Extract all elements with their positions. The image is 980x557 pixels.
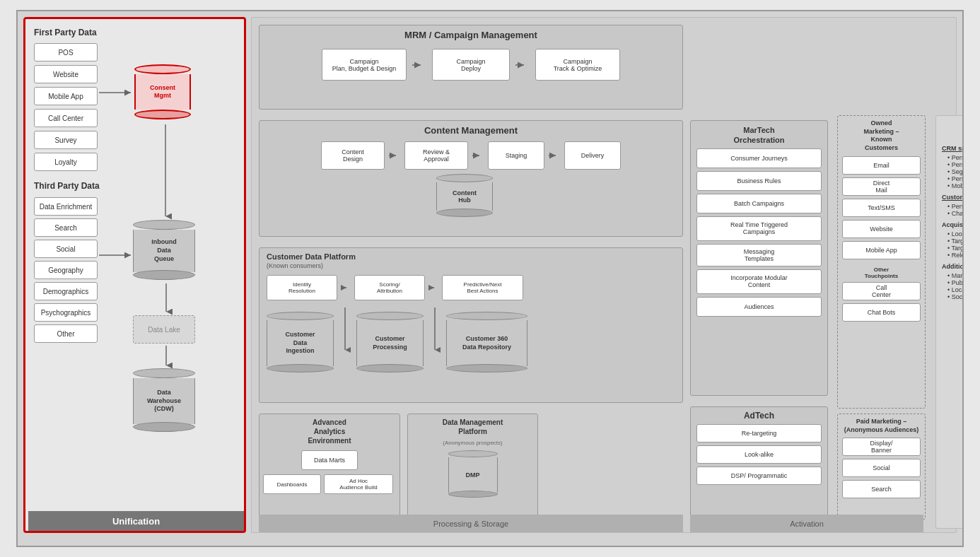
mrm-step1: CampaignPlan, Budget & Design [322,49,407,81]
acq-bullets: Look-a-alike display targeting Targeted … [942,230,964,259]
cdp-title: Customer Data Platform [259,248,682,262]
mrm-section: MRM / Campaign Management CampaignPlan, … [259,25,683,110]
mrm-title: MRM / Campaign Management [259,25,682,40]
martech-items: Consumer Journeys Business Rules Batch C… [691,148,827,317]
add-label: Additions: [942,263,964,270]
rt-campaigns-box: Real Time TriggeredCampaigns [696,216,822,241]
ingestion-drum: CustomerDataIngestion [267,312,334,373]
consent-inbound-arrow [158,124,173,223]
social-box: Social [34,240,98,258]
left-panel: First Party Data POS Website Mobile App … [23,17,246,533]
customer360-drum: Customer 360Data Repository [446,312,527,373]
cs-label: Customer Service [942,194,964,201]
content-hub-drum: ContentHub [436,174,493,217]
mobile-app-owned-box: Mobile App [842,241,921,259]
first-party-label: First Party Data [34,28,97,37]
first-party-items: POS Website Mobile App Call Center Surve… [34,43,98,171]
cdp-step3: Predictive/NextBest Actions [442,275,523,300]
third-party-label: Third Party Data [34,181,100,191]
cdp-section: Customer Data Platform (Known consumers)… [259,247,683,403]
processing-drum: CustomerProcessing [356,312,424,373]
email-box: Email [842,156,921,175]
owned-section: OwnedMarketing –KnownCustomers Email Dir… [837,115,926,409]
cm-step3: Staging [488,141,544,170]
cdp-subtitle: (Known consumers) [259,262,682,269]
paid-items: Display/Banner Social Search [838,438,925,498]
cdw-drum: DataWarehouse(CDW) [133,368,195,432]
survey-box: Survey [34,131,98,149]
msg-templates-box: MessagingTemplates [696,244,822,266]
cm-section: Content Management ContentDesign Review … [259,120,683,237]
data-lake-box: Data Lake [133,315,195,344]
chat-bots-owned-box: Chat Bots [842,303,921,322]
cdp-step2: Scoring/Attribution [354,275,425,300]
processing-bar: Processing & Storage [259,515,683,532]
cm-step2: Review &Approval [404,141,468,170]
add-bullets: Market Research Public Relations Local E… [942,272,964,300]
textsms-box: Text/SMS [842,199,921,217]
cdp-step1: IdentityResolution [267,275,337,300]
direct-mail-box: DirectMail [842,177,921,196]
other-touchpoints-items: CallCenter Chat Bots [838,282,925,322]
psychographics-box: Psychographics [34,303,98,322]
main-area: MRM / Campaign Management CampaignPlan, … [251,17,957,533]
website-box: Website [34,65,98,83]
display-banner-box: Display/Banner [842,438,921,456]
dmp-section: Data ManagementPlatform (Anonymous prosp… [407,414,538,520]
search-paid-box: Search [842,480,921,498]
data-enrichment-box: Data Enrichment [34,197,98,216]
business-rules-box: Business Rules [696,171,822,191]
cm-title: Content Management [259,121,682,136]
aae-title: AdvancedAnalyticsEnvironment [259,414,399,449]
cm-step4: Delivery [564,141,621,170]
martech-section: MarTechOrchestration Consumer Journeys B… [690,120,828,396]
audiences-box: Audiences [696,297,822,317]
oneone-title: 1:1 MarketingUse Cases [936,116,964,145]
martech-title: MarTechOrchestration [691,121,827,148]
cm-step1: ContentDesign [321,141,385,170]
mobile-app-box: Mobile App [34,87,98,105]
retargeting-box: Re-targeting [696,424,822,442]
dashboards-box: Dashboards [263,474,321,494]
dsp-box: DSP/ Programmatic [696,467,822,485]
geography-box: Geography [34,261,98,279]
unification-bar: Unification [28,511,244,531]
owned-title: OwnedMarketing –KnownCustomers [838,116,925,156]
dmp-subtitle: (Anonymous prospects) [408,440,537,446]
diagram-wrapper: First Party Data POS Website Mobile App … [16,10,964,547]
pos-box: POS [34,43,98,61]
lookalike-box: Look-alike [696,445,822,464]
demographics-box: Demographics [34,282,98,300]
adtech-items: Re-targeting Look-alike DSP/ Programmati… [691,424,827,485]
mrm-step2: CampaignDeploy [432,49,510,81]
owned-items: Email DirectMail Text/SMS Website Mobile… [838,156,925,259]
dmp-title: Data ManagementPlatform [408,414,537,440]
loyalty-box: Loyalty [34,153,98,171]
oneone-section: 1:1 MarketingUse Cases CRM specific: Per… [935,115,964,529]
adtech-title: AdTech [691,407,827,424]
adhoc-box: Ad HocAudience Build [324,474,393,494]
tp-arrow [99,248,138,262]
data-marts-box: Data Marts [301,450,358,470]
crm-label: CRM specific: [942,145,964,152]
paid-title: Paid Marketing –(Anonymous Audiences) [838,414,925,438]
call-center-owned-box: CallCenter [842,282,921,300]
consent-mgmt-drum: ConsentMgmt [134,64,191,119]
other-touchpoints-label: OtherTouchpoints [838,266,925,279]
social-paid-box: Social [842,459,921,477]
call-center-box: Call Center [34,109,98,127]
fp-arrow [99,86,138,100]
search-box: Search [34,218,98,237]
modular-content-box: Incorporate ModularContent [696,269,822,294]
adtech-section: AdTech Re-targeting Look-alike DSP/ Prog… [690,406,828,520]
aae-section: AdvancedAnalyticsEnvironment Data Marts … [259,414,400,520]
third-party-items: Data Enrichment Search Social Geography … [34,197,98,343]
mrm-step3: CampaignTrack & Optimize [535,49,620,81]
other-box: Other [34,324,98,343]
inbound-queue-drum: InboundDataQueue [133,220,195,280]
consumer-journeys-box: Consumer Journeys [696,148,822,168]
batch-campaigns-box: Batch Campaigns [696,194,822,213]
paid-section: Paid Marketing –(Anonymous Audiences) Di… [837,414,926,520]
acq-label: Acquisition: [942,221,964,228]
activation-bar: Activation [690,515,923,532]
